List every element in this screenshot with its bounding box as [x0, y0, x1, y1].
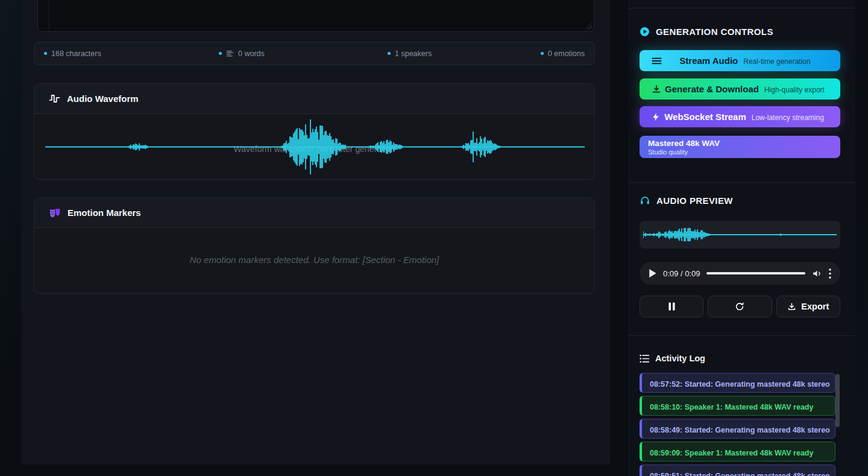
button-subtitle: Low-latency streaming [752, 113, 824, 122]
stat-emotions: 0 emotions [541, 42, 585, 65]
section-title: AUDIO PREVIEW [656, 195, 733, 206]
divider [628, 182, 855, 183]
audio-waveform-header: Audio Waveform [34, 84, 594, 114]
bullet-dot-icon [541, 52, 544, 55]
mastered-wav-status-card: Mastered 48k WAV Studio quality [640, 136, 840, 158]
websocket-stream-button[interactable]: WebSocket Stream Low-latency streaming [640, 106, 840, 127]
generation-controls-header: GENERATION CONTROLS [640, 27, 773, 37]
audio-preview-header: AUDIO PREVIEW [640, 195, 733, 206]
player-control-row: Export [640, 296, 840, 317]
align-left-icon [226, 49, 234, 57]
stat-words: 0 words [219, 42, 265, 65]
player-play-button[interactable] [649, 269, 656, 278]
log-entry-text: 08:59:09: Speaker 1: Mastered 48k WAV re… [650, 449, 813, 457]
list-icon [640, 354, 649, 363]
bullet-dot-icon [388, 52, 391, 55]
square-wave-icon [49, 93, 60, 104]
log-entry-text: 08:58:49: Started: Generating mastered 4… [650, 426, 830, 434]
sidebar: GENERATION CONTROLS Stream Audio Real-ti… [628, 0, 855, 476]
divider [628, 8, 855, 8]
button-subtitle: Real-time generation [743, 57, 810, 66]
stat-emotions-label: 0 emotions [548, 49, 585, 58]
activity-log-list[interactable]: 08:57:52: Started: Generating mastered 4… [640, 373, 835, 476]
script-editor[interactable] [38, 0, 594, 31]
log-entry: 08:58:49: Started: Generating mastered 4… [640, 419, 835, 439]
app: 168 characters 0 words 1 speakers 0 emot… [0, 0, 868, 476]
card-title: Emotion Markers [68, 208, 141, 218]
stat-speakers-label: 1 speakers [395, 49, 432, 58]
export-button[interactable]: Export [776, 296, 840, 317]
button-subtitle: High-quality export [764, 86, 825, 94]
emotion-markers-card: Emotion Markers No emotion markers detec… [34, 197, 595, 294]
replay-icon [735, 302, 744, 311]
lightning-icon [652, 112, 660, 122]
player-menu-kebab-icon[interactable] [829, 268, 831, 279]
preview-waveform-display [643, 223, 837, 246]
replay-button[interactable] [708, 296, 772, 317]
editor-gutter-line [49, 0, 49, 30]
log-entry: 08:59:09: Speaker 1: Mastered 48k WAV re… [640, 442, 835, 462]
divider [628, 335, 855, 336]
stat-characters: 168 characters [44, 42, 101, 65]
audio-preview-waveform-panel [640, 221, 840, 249]
pause-icon [668, 302, 675, 311]
download-icon [787, 302, 796, 311]
download-icon [652, 84, 661, 94]
player-seek-bar[interactable] [706, 272, 805, 274]
emotion-markers-header: Emotion Markers [34, 198, 594, 228]
stream-lines-icon [652, 57, 662, 65]
play-circle-icon [640, 27, 650, 37]
play-icon [649, 269, 656, 278]
activity-log-header: Activity Log [640, 354, 705, 363]
emotion-empty-message: No emotion markers detected. Use format:… [34, 255, 594, 265]
button-label: Generate & Download [665, 84, 759, 94]
stat-speakers: 1 speakers [388, 42, 432, 65]
status-title: Mastered 48k WAV [648, 139, 840, 148]
log-entry: 08:57:52: Started: Generating mastered 4… [640, 373, 835, 393]
audio-waveform-body: Waveform will appear here after generati… [34, 114, 594, 180]
section-title: GENERATION CONTROLS [656, 27, 773, 37]
audio-player[interactable]: 0:09 / 0:09 [640, 262, 840, 285]
export-label: Export [801, 302, 829, 311]
theater-masks-icon [49, 207, 61, 219]
stat-words-label: 0 words [238, 49, 265, 58]
button-label: Stream Audio [679, 56, 738, 66]
bullet-dot-icon [219, 52, 222, 55]
player-time: 0:09 / 0:09 [663, 269, 700, 278]
card-title: Audio Waveform [67, 94, 139, 104]
log-entry: 08:59:51: Started: Generating mastered 4… [640, 465, 835, 476]
pause-button[interactable] [640, 296, 703, 317]
stat-characters-label: 168 characters [51, 49, 101, 58]
log-entry-text: 08:57:52: Started: Generating mastered 4… [650, 380, 830, 389]
stats-bar: 168 characters 0 words 1 speakers 0 emot… [34, 42, 595, 65]
button-label: WebSocket Stream [664, 112, 746, 122]
headphones-icon [640, 195, 650, 206]
main-panel: 168 characters 0 words 1 speakers 0 emot… [21, 0, 610, 465]
waveform-display [45, 118, 585, 176]
section-title: Activity Log [655, 354, 705, 363]
audio-waveform-card: Audio Waveform Waveform will appear here… [34, 83, 595, 180]
volume-icon[interactable] [812, 268, 822, 279]
stream-audio-button[interactable]: Stream Audio Real-time generation [640, 50, 840, 71]
log-entry: 08:58:10: Speaker 1: Mastered 48k WAV re… [640, 396, 835, 416]
status-subtitle: Studio quality [648, 148, 840, 156]
log-entry-text: 08:58:10: Speaker 1: Mastered 48k WAV re… [650, 403, 813, 411]
log-scrollbar-thumb[interactable] [835, 374, 840, 427]
generate-download-button[interactable]: Generate & Download High-quality export [640, 78, 840, 100]
log-entry-text: 08:59:51: Started: Generating mastered 4… [650, 472, 830, 476]
bullet-dot-icon [44, 52, 47, 55]
emotion-markers-body: No emotion markers detected. Use format:… [34, 228, 594, 294]
script-editor-container [37, 0, 594, 32]
